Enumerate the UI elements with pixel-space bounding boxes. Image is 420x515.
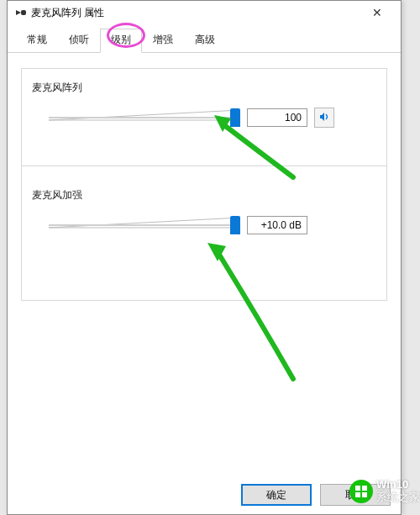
tab-content: 麦克风阵列 100 [8, 53, 401, 311]
microphone-icon [14, 8, 28, 17]
ok-button[interactable]: 确定 [241, 484, 312, 506]
close-button[interactable]: ✕ [360, 3, 394, 23]
dialog-button-bar: 确定 取消 [241, 484, 391, 506]
mic-boost-slider-row: +10.0 dB [32, 214, 376, 236]
mic-array-slider[interactable] [49, 107, 240, 129]
tab-advanced[interactable]: 高级 [184, 29, 226, 53]
tab-general[interactable]: 常规 [16, 29, 58, 53]
mute-button[interactable] [314, 108, 334, 128]
mic-array-label: 麦克风阵列 [32, 81, 376, 95]
levels-panel: 麦克风阵列 100 [21, 68, 387, 301]
mic-boost-label: 麦克风加强 [32, 188, 376, 202]
titlebar: 麦克风阵列 属性 ✕ [8, 1, 401, 24]
tab-levels[interactable]: 级别 [100, 29, 142, 53]
mic-boost-value[interactable]: +10.0 dB [247, 216, 307, 234]
slider-thumb[interactable] [230, 216, 240, 234]
tab-listen[interactable]: 侦听 [58, 29, 100, 53]
slider-track [49, 117, 240, 118]
mic-array-value[interactable]: 100 [247, 108, 307, 127]
properties-dialog: 麦克风阵列 属性 ✕ 常规 侦听 级别 增强 高级 麦克风阵列 [7, 0, 402, 515]
cancel-button[interactable]: 取消 [320, 484, 391, 506]
window-title: 麦克风阵列 属性 [31, 6, 360, 20]
speaker-icon [318, 111, 330, 125]
slider-thumb[interactable] [230, 108, 240, 127]
svg-marker-2 [49, 218, 240, 228]
group-divider [22, 166, 386, 166]
slider-track [49, 224, 240, 226]
tab-strip: 常规 侦听 级别 增强 高级 [8, 24, 401, 53]
mic-boost-slider[interactable] [49, 214, 240, 236]
close-icon: ✕ [372, 6, 382, 19]
mic-array-slider-row: 100 [32, 107, 376, 129]
svg-rect-0 [21, 10, 26, 15]
svg-marker-1 [49, 110, 240, 120]
mic-boost-group: 麦克风加强 +10.0 dB [32, 188, 376, 236]
tab-enhancements[interactable]: 增强 [142, 29, 184, 53]
mic-array-group: 麦克风阵列 100 [32, 81, 376, 129]
